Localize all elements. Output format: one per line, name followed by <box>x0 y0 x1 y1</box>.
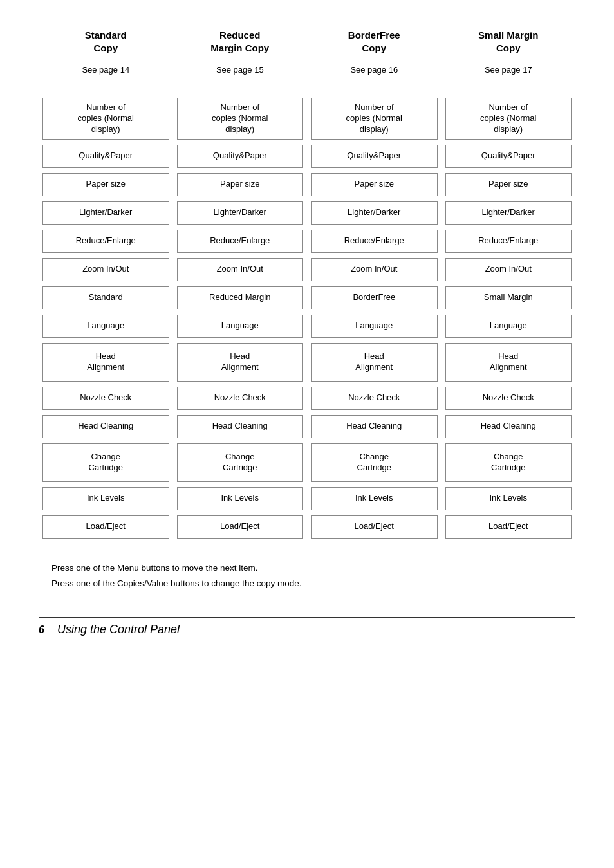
see-page-0: See page 14 <box>39 64 173 76</box>
sub-headers: See page 14 See page 15 See page 16 See … <box>39 64 575 76</box>
item-row4-col0: Reduce/Enlarge <box>42 230 169 253</box>
item-row0-col2: Number ofcopies (Normaldisplay) <box>311 98 438 140</box>
col-header-2: BorderFreeCopy <box>307 26 442 57</box>
item-row12-col2: Ink Levels <box>311 487 438 510</box>
item-row6-col3: Small Margin <box>445 286 572 309</box>
item-row7-col3: Language <box>445 315 572 338</box>
col-header-1: ReducedMargin Copy <box>173 26 308 57</box>
see-page-1: See page 15 <box>173 64 308 76</box>
item-row2-col2: Paper size <box>311 173 438 196</box>
item-row8-col2: HeadAlignment <box>311 343 438 382</box>
item-row4-col2: Reduce/Enlarge <box>311 230 438 253</box>
col-header-3: Small MarginCopy <box>442 26 576 57</box>
page-footer: 6 Using the Control Panel <box>39 617 575 636</box>
item-row13-col3: Load/Eject <box>445 515 572 539</box>
item-row13-col2: Load/Eject <box>311 515 438 539</box>
item-row5-col0: Zoom In/Out <box>42 258 169 281</box>
item-row2-col3: Paper size <box>445 173 572 196</box>
page-number: 6 <box>39 624 44 636</box>
item-row12-col3: Ink Levels <box>445 487 572 510</box>
item-row8-col0: HeadAlignment <box>42 343 169 382</box>
item-row5-col3: Zoom In/Out <box>445 258 572 281</box>
page-title: Using the Control Panel <box>57 623 180 636</box>
main-content: StandardCopy ReducedMargin Copy BorderFr… <box>39 26 575 636</box>
item-row8-col3: HeadAlignment <box>445 343 572 382</box>
item-row1-col2: Quality&Paper <box>311 145 438 168</box>
item-row5-col2: Zoom In/Out <box>311 258 438 281</box>
item-row0-col1: Number ofcopies (Normaldisplay) <box>177 98 304 140</box>
item-row1-col0: Quality&Paper <box>42 145 169 168</box>
item-row12-col0: Ink Levels <box>42 487 169 510</box>
item-row7-col2: Language <box>311 315 438 338</box>
item-row1-col3: Quality&Paper <box>445 145 572 168</box>
item-row1-col1: Quality&Paper <box>177 145 304 168</box>
item-row11-col1: ChangeCartridge <box>177 443 304 482</box>
item-row9-col3: Nozzle Check <box>445 387 572 410</box>
item-row3-col1: Lighter/Darker <box>177 201 304 225</box>
item-row9-col0: Nozzle Check <box>42 387 169 410</box>
item-row3-col0: Lighter/Darker <box>42 201 169 225</box>
footer-line: Press one of the Menu buttons to move th… <box>51 560 575 576</box>
item-row3-col2: Lighter/Darker <box>311 201 438 225</box>
item-row6-col1: Reduced Margin <box>177 286 304 309</box>
footer-line: Press one of the Copies/Value buttons to… <box>51 576 575 591</box>
item-row13-col0: Load/Eject <box>42 515 169 539</box>
item-row7-col1: Language <box>177 315 304 338</box>
item-row13-col1: Load/Eject <box>177 515 304 539</box>
items-grid: Number ofcopies (Normaldisplay)Number of… <box>39 95 575 541</box>
item-row0-col0: Number ofcopies (Normaldisplay) <box>42 98 169 140</box>
item-row9-col1: Nozzle Check <box>177 387 304 410</box>
item-row6-col2: BorderFree <box>311 286 438 309</box>
item-row2-col1: Paper size <box>177 173 304 196</box>
column-headers: StandardCopy ReducedMargin Copy BorderFr… <box>39 26 575 57</box>
item-row3-col3: Lighter/Darker <box>445 201 572 225</box>
see-page-2: See page 16 <box>307 64 442 76</box>
item-row11-col2: ChangeCartridge <box>311 443 438 482</box>
item-row8-col1: HeadAlignment <box>177 343 304 382</box>
item-row10-col3: Head Cleaning <box>445 415 572 438</box>
item-row5-col1: Zoom In/Out <box>177 258 304 281</box>
item-row9-col2: Nozzle Check <box>311 387 438 410</box>
see-page-3: See page 17 <box>442 64 576 76</box>
item-row2-col0: Paper size <box>42 173 169 196</box>
col-header-0: StandardCopy <box>39 26 173 57</box>
item-row6-col0: Standard <box>42 286 169 309</box>
item-row12-col1: Ink Levels <box>177 487 304 510</box>
item-row4-col3: Reduce/Enlarge <box>445 230 572 253</box>
item-row11-col3: ChangeCartridge <box>445 443 572 482</box>
item-row0-col3: Number ofcopies (Normaldisplay) <box>445 98 572 140</box>
item-row7-col0: Language <box>42 315 169 338</box>
item-row4-col1: Reduce/Enlarge <box>177 230 304 253</box>
item-row10-col2: Head Cleaning <box>311 415 438 438</box>
item-row11-col0: ChangeCartridge <box>42 443 169 482</box>
item-row10-col1: Head Cleaning <box>177 415 304 438</box>
footer-text: Press one of the Menu buttons to move th… <box>51 560 575 592</box>
item-row10-col0: Head Cleaning <box>42 415 169 438</box>
